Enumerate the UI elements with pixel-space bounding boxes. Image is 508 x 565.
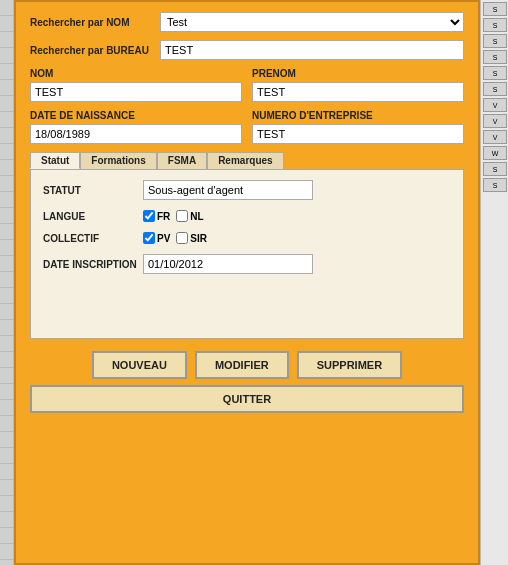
nouveau-button[interactable]: NOUVEAU <box>92 351 187 379</box>
sidebar-btn-s8[interactable]: S <box>483 178 507 192</box>
collectif-pv-checkbox[interactable] <box>143 232 155 244</box>
nom-col: NOM <box>30 68 242 102</box>
prenom-input[interactable] <box>252 82 464 102</box>
tabs-container: Statut Formations FSMA Remarques STATUT … <box>30 152 464 339</box>
sidebar-btn-v1[interactable]: V <box>483 98 507 112</box>
prenom-col: PRENOM <box>252 68 464 102</box>
sidebar-btn-5[interactable]: S <box>483 66 507 80</box>
collectif-pv-label: PV <box>157 233 170 244</box>
collectif-pv-item[interactable]: PV <box>143 232 170 244</box>
collectif-sir-checkbox[interactable] <box>176 232 188 244</box>
nom-prenom-row: NOM PRENOM <box>30 68 464 102</box>
langue-checkboxes: FR NL <box>143 210 204 222</box>
search-nom-row: Rechercher par NOM Test <box>30 12 464 32</box>
prenom-label: PRENOM <box>252 68 464 79</box>
sidebar-btn-v2[interactable]: V <box>483 114 507 128</box>
sidebar-btn-w[interactable]: W <box>483 146 507 160</box>
langue-nl-label: NL <box>190 211 203 222</box>
tab-content-statut: STATUT LANGUE FR <box>30 169 464 339</box>
langue-nl-item[interactable]: NL <box>176 210 203 222</box>
dob-col: DATE DE NAISSANCE <box>30 110 242 144</box>
dob-label: DATE DE NAISSANCE <box>30 110 242 121</box>
sidebar-btn-4[interactable]: S <box>483 50 507 64</box>
search-nom-select[interactable]: Test <box>160 12 464 32</box>
langue-fr-item[interactable]: FR <box>143 210 170 222</box>
langue-fr-checkbox[interactable] <box>143 210 155 222</box>
langue-nl-checkbox[interactable] <box>176 210 188 222</box>
collectif-field-label: COLLECTIF <box>43 233 143 244</box>
dob-input[interactable] <box>30 124 242 144</box>
supprimer-button[interactable]: SUPPRIMER <box>297 351 402 379</box>
collectif-field-row: COLLECTIF PV SIR <box>43 232 451 244</box>
dob-entreprise-row: DATE DE NAISSANCE NUMERO D'ENTREPRISE <box>30 110 464 144</box>
entreprise-col: NUMERO D'ENTREPRISE <box>252 110 464 144</box>
entreprise-label: NUMERO D'ENTREPRISE <box>252 110 464 121</box>
langue-field-row: LANGUE FR NL <box>43 210 451 222</box>
sidebar-btn-v3[interactable]: V <box>483 130 507 144</box>
tab-remarques[interactable]: Remarques <box>207 152 283 169</box>
search-nom-label: Rechercher par NOM <box>30 17 160 28</box>
statut-field-row: STATUT <box>43 180 451 200</box>
sidebar-btn-2[interactable]: S <box>483 18 507 32</box>
right-sidebar: S S S S S S V V V W S S <box>480 0 508 565</box>
tab-fsma[interactable]: FSMA <box>157 152 207 169</box>
date-inscription-label: DATE INSCRIPTION <box>43 259 143 270</box>
modifier-button[interactable]: MODIFIER <box>195 351 289 379</box>
sidebar-btn-6[interactable]: S <box>483 82 507 96</box>
tabs-header: Statut Formations FSMA Remarques <box>30 152 464 169</box>
quitter-button[interactable]: QUITTER <box>30 385 464 413</box>
sidebar-btn-1[interactable]: S <box>483 2 507 16</box>
entreprise-input[interactable] <box>252 124 464 144</box>
tab-formations[interactable]: Formations <box>80 152 156 169</box>
collectif-sir-label: SIR <box>190 233 207 244</box>
search-bureau-row: Rechercher par BUREAU <box>30 40 464 60</box>
search-bureau-input[interactable] <box>160 40 464 60</box>
statut-input[interactable] <box>143 180 313 200</box>
collectif-checkboxes: PV SIR <box>143 232 207 244</box>
search-bureau-label: Rechercher par BUREAU <box>30 45 160 56</box>
statut-field-label: STATUT <box>43 185 143 196</box>
collectif-sir-item[interactable]: SIR <box>176 232 207 244</box>
action-buttons: NOUVEAU MODIFIER SUPPRIMER <box>30 351 464 379</box>
tab-statut[interactable]: Statut <box>30 152 80 169</box>
date-inscription-field-row: DATE INSCRIPTION <box>43 254 451 274</box>
sidebar-btn-3[interactable]: S <box>483 34 507 48</box>
date-inscription-input[interactable] <box>143 254 313 274</box>
langue-field-label: LANGUE <box>43 211 143 222</box>
langue-fr-label: FR <box>157 211 170 222</box>
sidebar-btn-s7[interactable]: S <box>483 162 507 176</box>
main-panel: Rechercher par NOM Test Rechercher par B… <box>14 0 480 565</box>
nom-input[interactable] <box>30 82 242 102</box>
nom-label: NOM <box>30 68 242 79</box>
